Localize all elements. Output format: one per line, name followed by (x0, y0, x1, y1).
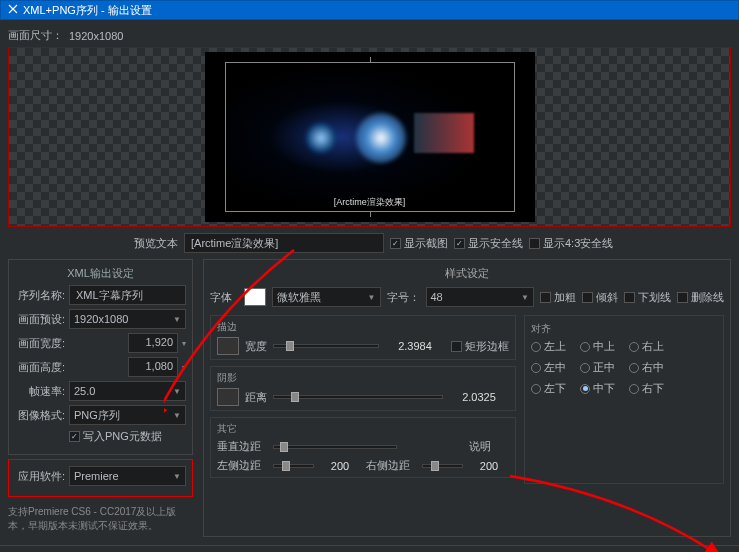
write-png-meta-checkbox[interactable]: ✓写入PNG元数据 (69, 429, 162, 444)
window-title: XML+PNG序列 - 输出设置 (23, 3, 152, 18)
lmargin-slider[interactable] (273, 464, 314, 468)
shadow-fieldset: 阴影 距离 2.0325 (210, 366, 516, 411)
shadow-distance-slider[interactable] (273, 395, 443, 399)
preview-caption: [Arctime渲染效果] (334, 196, 406, 209)
font-label: 字体 (210, 290, 238, 305)
dimensions-label: 画面尺寸： (8, 28, 63, 43)
font-select[interactable]: 微软雅黑▼ (272, 287, 381, 307)
preview-safe-frame: [Arctime渲染效果] (225, 62, 515, 212)
preset-select[interactable]: 1920x1080▼ (69, 309, 186, 329)
xml-settings-title: XML输出设定 (15, 266, 186, 281)
img-format-select[interactable]: PNG序列▼ (69, 405, 186, 425)
font-size-label: 字号： (387, 290, 420, 305)
vmargin-slider[interactable] (273, 445, 397, 449)
align-bl-radio[interactable]: 左下 (531, 381, 566, 396)
preview-text-label: 预览文本 (8, 236, 178, 251)
show-crop-checkbox[interactable]: ✓显示截图 (390, 236, 448, 251)
stroke-width-value: 2.3984 (385, 340, 445, 352)
app-select[interactable]: Premiere▼ (69, 466, 186, 486)
preview-text-input[interactable]: [Arctime渲染效果] (184, 233, 384, 253)
fps-select[interactable]: 25.0▼ (69, 381, 186, 401)
font-size-select[interactable]: 48▼ (426, 287, 535, 307)
chevron-down-icon: ▼ (173, 411, 181, 420)
align-bc-radio[interactable]: 中下 (580, 381, 615, 396)
shadow-color-swatch[interactable] (217, 388, 239, 406)
chevron-down-icon: ▼ (173, 387, 181, 396)
rmargin-slider[interactable] (422, 464, 463, 468)
show-43-checkbox[interactable]: 显示4:3安全线 (529, 236, 613, 251)
width-input[interactable]: 1,920 (128, 333, 178, 353)
sequence-name-input[interactable]: XML字幕序列 (69, 285, 186, 305)
align-fieldset: 对齐 左上 中上 右上 左中 正中 右中 左下 中下 右下 (524, 315, 724, 484)
italic-checkbox[interactable]: 倾斜 (582, 290, 618, 305)
style-title: 样式设定 (210, 266, 724, 281)
align-tl-radio[interactable]: 左上 (531, 339, 566, 354)
align-ml-radio[interactable]: 左中 (531, 360, 566, 375)
rmargin-value: 200 (469, 460, 509, 472)
titlebar: XML+PNG序列 - 输出设置 (0, 0, 739, 20)
app-settings-fieldset: 应用软件:Premiere▼ (8, 459, 193, 497)
lmargin-value: 200 (320, 460, 360, 472)
app-icon (7, 3, 19, 17)
align-mr-radio[interactable]: 右中 (629, 360, 664, 375)
height-input[interactable]: 1,080 (128, 357, 178, 377)
stroke-width-slider[interactable] (273, 344, 379, 348)
chevron-down-icon: ▼ (368, 293, 376, 302)
other-fieldset: 其它 垂直边距 说明 左侧边距 200 右侧边距 (210, 417, 516, 478)
rect-border-checkbox[interactable]: 矩形边框 (451, 339, 509, 354)
chevron-down-icon: ▼ (173, 315, 181, 324)
xml-settings-fieldset: XML输出设定 序列名称:XML字幕序列 画面预设:1920x1080▼ 画面宽… (8, 259, 193, 455)
app-help-text: 支持Premiere CS6 - CC2017及以上版本，早期版本未测试不保证效… (8, 501, 193, 537)
align-tr-radio[interactable]: 右上 (629, 339, 664, 354)
show-safe-checkbox[interactable]: ✓显示安全线 (454, 236, 523, 251)
preview-frame: [Arctime渲染效果] (205, 52, 535, 222)
shadow-distance-value: 2.0325 (449, 391, 509, 403)
strike-checkbox[interactable]: 删除线 (677, 290, 724, 305)
font-color-swatch[interactable] (244, 288, 266, 306)
style-panel: 样式设定 字体 微软雅黑▼ 字号： 48▼ 加粗 倾斜 下划线 删除线 描边 (203, 259, 731, 537)
bold-checkbox[interactable]: 加粗 (540, 290, 576, 305)
stroke-fieldset: 描边 宽度 2.3984 矩形边框 (210, 315, 516, 360)
align-mc-radio[interactable]: 正中 (580, 360, 615, 375)
underline-checkbox[interactable]: 下划线 (624, 290, 671, 305)
dimensions-value: 1920x1080 (69, 30, 123, 42)
align-br-radio[interactable]: 右下 (629, 381, 664, 396)
preview-area: [Arctime渲染效果] (8, 47, 731, 227)
stroke-color-swatch[interactable] (217, 337, 239, 355)
align-tc-radio[interactable]: 中上 (580, 339, 615, 354)
chevron-down-icon: ▼ (173, 472, 181, 481)
